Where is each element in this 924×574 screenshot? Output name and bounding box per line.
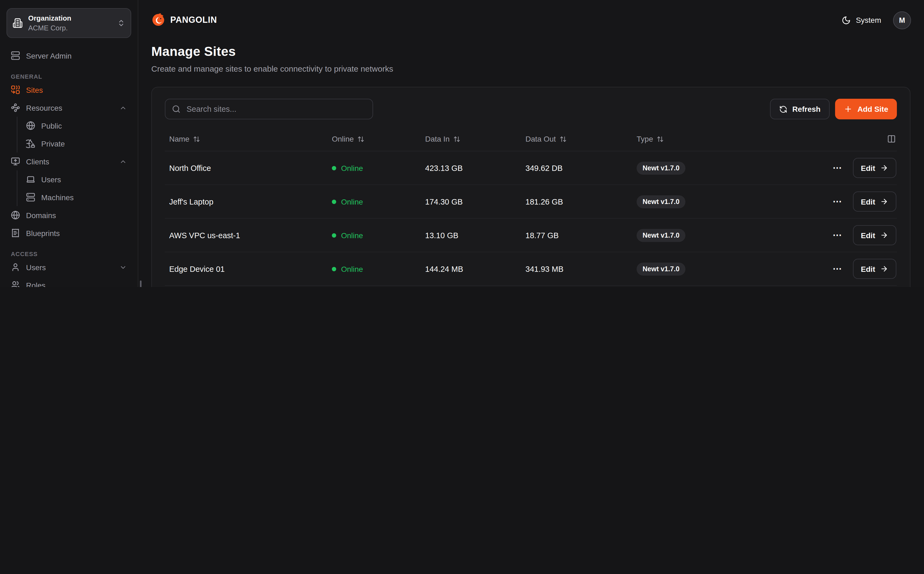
sidebar-item-label: Server Admin [26, 51, 72, 60]
org-switcher-value: ACME Corp. [28, 24, 68, 32]
data-in-value: 174.30 GB [421, 197, 521, 206]
site-name: Edge Device 01 [165, 265, 327, 273]
type-badge: Newt v1.7.0 [636, 161, 685, 174]
user-icon [11, 263, 20, 272]
sidebar-item-clients[interactable]: Clients [6, 153, 131, 170]
sidebar-item-blueprints[interactable]: Blueprints [6, 224, 131, 242]
type-badge: Newt v1.7.0 [636, 229, 685, 242]
edit-button[interactable]: Edit [853, 191, 896, 211]
table-row: Home Lab Online 1.20 TB 1.53 TB Newt v1.… [165, 286, 897, 287]
column-header-data-in[interactable]: Data In [421, 129, 521, 149]
status-badge: Online [332, 197, 416, 206]
online-dot-icon [332, 166, 336, 170]
search-input[interactable] [185, 104, 366, 114]
brand[interactable]: PANGOLIN [151, 13, 220, 27]
table-row: Jeff's Laptop Online 174.30 GB 181.26 GB… [165, 185, 897, 219]
sidebar-item-users[interactable]: Users [6, 258, 131, 276]
data-out-value: 18.77 GB [521, 231, 632, 240]
sidebar-item-clients-users[interactable]: Users [22, 170, 131, 188]
edit-button[interactable]: Edit [853, 158, 896, 178]
building-icon [13, 18, 23, 28]
row-menu-button[interactable]: ⋯ [833, 163, 842, 172]
receipt-icon [11, 229, 20, 238]
sidebar-item-machines[interactable]: Machines [22, 188, 131, 206]
card-toolbar: Refresh Add Site [165, 99, 897, 119]
sidebar-item-label: Resources [26, 103, 62, 112]
type-badge: Newt v1.7.0 [636, 262, 685, 275]
site-name: AWS VPC us-east-1 [165, 231, 327, 240]
column-visibility-button[interactable] [772, 129, 897, 149]
table-header-row: Name Online Data In Data Out [165, 129, 897, 151]
data-out-value: 181.26 GB [521, 197, 632, 206]
waypoints-icon [11, 103, 20, 112]
sort-icon [358, 136, 365, 142]
main-content: PANGOLIN System M Manage Sites Create an… [138, 0, 924, 287]
pangolin-logo-icon [151, 13, 166, 27]
row-menu-button[interactable]: ⋯ [833, 197, 842, 206]
arrow-right-icon [880, 265, 888, 273]
table-row: North Office Online 423.13 GB 349.62 DB … [165, 151, 897, 185]
columns-icon [887, 134, 896, 143]
sidebar-section-general: GENERAL [11, 73, 127, 80]
sidebar-item-label: Users [41, 175, 61, 184]
avatar[interactable]: M [893, 11, 911, 29]
combine-icon [11, 85, 20, 95]
sidebar-item-label: Machines [41, 193, 74, 202]
column-header-data-out[interactable]: Data Out [521, 129, 632, 149]
plus-icon [844, 105, 852, 114]
column-header-type[interactable]: Type [632, 129, 772, 149]
add-site-label: Add Site [857, 105, 888, 114]
sidebar-item-label: Roles [26, 281, 46, 287]
edit-button[interactable]: Edit [853, 259, 896, 279]
sites-card: Refresh Add Site Name [151, 87, 910, 287]
data-in-value: 423.13 GB [421, 164, 521, 172]
org-switcher-label: Organization [28, 14, 71, 22]
theme-label: System [856, 16, 881, 24]
sort-icon [657, 136, 664, 142]
sidebar-item-label: Sites [26, 85, 43, 94]
table-row: AWS VPC us-east-1 Online 13.10 GB 18.77 … [165, 219, 897, 252]
sidebar-item-domains[interactable]: Domains [6, 206, 131, 224]
sidebar-item-public[interactable]: Public [22, 117, 131, 134]
chevrons-up-down-icon [117, 19, 125, 27]
sidebar: Organization ACME Corp. Server Admin GEN… [0, 0, 138, 287]
data-in-value: 144.24 MB [421, 265, 521, 273]
chevron-up-icon [119, 104, 127, 112]
online-dot-icon [332, 199, 336, 204]
moon-icon [842, 16, 851, 25]
sidebar-resize-handle[interactable] [140, 281, 141, 287]
refresh-label: Refresh [792, 105, 820, 114]
column-header-online[interactable]: Online [327, 129, 421, 149]
arrow-right-icon [880, 197, 888, 206]
refresh-button[interactable]: Refresh [770, 99, 830, 119]
clients-subtree: Users Machines [17, 170, 131, 206]
data-out-value: 341.93 MB [521, 265, 632, 273]
row-menu-button[interactable]: ⋯ [833, 264, 842, 273]
refresh-icon [779, 105, 787, 113]
theme-toggle[interactable]: System [842, 16, 881, 25]
site-name: Jeff's Laptop [165, 197, 327, 206]
row-menu-button[interactable]: ⋯ [833, 230, 842, 240]
add-site-button[interactable]: Add Site [835, 99, 897, 119]
sidebar-item-resources[interactable]: Resources [6, 99, 131, 117]
edit-button[interactable]: Edit [853, 225, 896, 245]
status-badge: Online [332, 164, 416, 172]
sidebar-item-private[interactable]: Private [22, 134, 131, 153]
org-switcher[interactable]: Organization ACME Corp. [6, 8, 131, 38]
data-out-value: 349.62 DB [521, 164, 632, 172]
sidebar-item-label: Private [41, 139, 65, 148]
site-name: North Office [165, 164, 327, 172]
globe-lock-icon [26, 139, 35, 148]
sidebar-item-server-admin[interactable]: Server Admin [6, 47, 131, 65]
sidebar-item-sites[interactable]: Sites [6, 81, 131, 99]
sites-table: Name Online Data In Data Out [165, 129, 897, 287]
monitor-up-icon [11, 157, 20, 166]
page-title: Manage Sites [151, 44, 911, 59]
server-icon [11, 51, 20, 60]
type-badge: Newt v1.7.0 [636, 195, 685, 208]
globe-icon [26, 121, 35, 130]
page-subtitle: Create and manage sites to enable connec… [151, 64, 911, 73]
sidebar-item-label: Users [26, 263, 46, 271]
sidebar-item-roles[interactable]: Roles [6, 276, 131, 287]
column-header-name[interactable]: Name [165, 129, 327, 149]
